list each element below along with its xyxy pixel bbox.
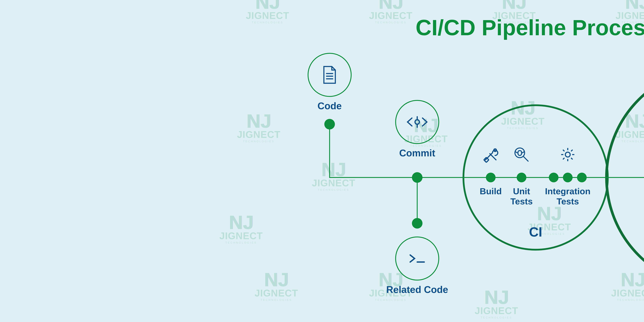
code-label: Code [318,100,342,112]
related-code-label: Related Code [386,284,448,295]
build-dot [486,173,496,182]
related-code-dot-top [412,218,422,229]
diagram-canvas: NJJIGNECTTECHNOLOGIES NJJIGNECTTECHNOLOG… [215,0,644,322]
svg-line-11 [516,152,517,153]
integration-dot-1 [549,173,558,182]
commit-dot [412,172,422,183]
integration-tests-label: Integration Tests [545,186,590,207]
svg-line-12 [522,152,524,153]
gear-icon [559,146,576,163]
svg-rect-8 [484,157,489,162]
integration-dot-3 [577,173,586,182]
bug-search-icon [513,146,530,163]
commit-ring [395,100,439,144]
ci-label: CI [529,225,542,240]
svg-point-3 [415,120,419,124]
unit-tests-label: Unit Tests [510,186,532,207]
code-brackets-icon [404,115,430,129]
diagram-title: CI/CD Pipeline Process [215,15,644,41]
tools-icon [482,146,500,163]
terminal-prompt-icon [406,252,428,265]
code-ring [308,53,352,97]
svg-line-10 [524,157,528,161]
build-label: Build [480,186,502,196]
document-icon [322,66,337,84]
integration-dot-2 [563,173,572,182]
unit-tests-dot [516,173,526,182]
code-dot [324,119,335,130]
commit-label: Commit [399,148,435,159]
svg-point-13 [565,152,570,157]
related-code-ring [395,236,439,281]
related-code-branch-line [417,177,418,223]
